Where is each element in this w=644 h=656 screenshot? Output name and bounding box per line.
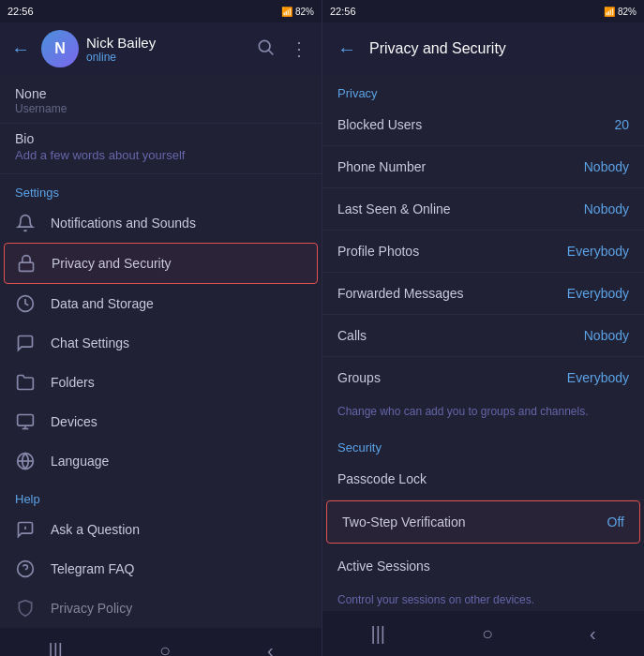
back-button-left[interactable]: ← bbox=[7, 35, 34, 64]
sidebar-item-chat[interactable]: Chat Settings bbox=[0, 323, 322, 363]
sidebar-item-faq[interactable]: Telegram FAQ bbox=[0, 549, 322, 589]
last-seen-label: Last Seen & Online bbox=[337, 201, 451, 216]
user-info: Nick Bailey online bbox=[86, 35, 243, 64]
settings-section-header: Settings bbox=[0, 174, 322, 203]
time-right: 22:56 bbox=[330, 6, 356, 17]
phone-number-label: Phone Number bbox=[337, 159, 426, 174]
user-status: online bbox=[86, 51, 243, 64]
header-left: ← N Nick Bailey online ⋮ bbox=[0, 22, 322, 75]
groups-row[interactable]: Groups Everybody bbox=[322, 357, 644, 398]
active-sessions-label: Active Sessions bbox=[337, 559, 430, 574]
svg-rect-4 bbox=[18, 415, 34, 426]
bottom-nav-right: ||| ○ ‹ bbox=[322, 611, 644, 656]
phone-number-value: Nobody bbox=[584, 159, 629, 174]
nav-menu-icon-right[interactable]: ||| bbox=[352, 616, 404, 652]
groups-value: Everybody bbox=[567, 370, 629, 385]
sidebar-item-notifications[interactable]: Notifications and Sounds bbox=[0, 203, 322, 243]
active-sessions-hint: Control your sessions on other devices. bbox=[322, 587, 644, 611]
forwarded-messages-row[interactable]: Forwarded Messages Everybody bbox=[322, 273, 644, 315]
calls-row[interactable]: Calls Nobody bbox=[322, 315, 644, 357]
bottom-nav-left: ||| ○ ‹ bbox=[0, 628, 322, 656]
help-circle-icon bbox=[15, 559, 36, 579]
privacy-label: Privacy and Security bbox=[52, 256, 172, 271]
user-name: Nick Bailey bbox=[86, 35, 243, 51]
help-bubble-icon bbox=[15, 519, 36, 540]
signal-icon: 📶 bbox=[281, 7, 292, 17]
sidebar-item-ask[interactable]: Ask a Question bbox=[0, 510, 322, 549]
devices-label: Devices bbox=[51, 414, 97, 429]
forwarded-messages-value: Everybody bbox=[567, 286, 629, 301]
header-actions: ⋮ bbox=[250, 32, 314, 66]
nav-back-icon[interactable]: ‹ bbox=[248, 633, 292, 657]
folder-icon bbox=[15, 372, 36, 393]
lock-icon bbox=[16, 253, 37, 274]
status-bar-left: 22:56 📶 82% bbox=[0, 0, 322, 22]
two-step-row[interactable]: Two-Step Verification Off bbox=[326, 500, 640, 544]
last-seen-row[interactable]: Last Seen & Online Nobody bbox=[322, 188, 644, 231]
signal-icon-right: 📶 bbox=[604, 7, 615, 17]
sidebar-item-language[interactable]: Language bbox=[0, 441, 322, 481]
sidebar-item-devices[interactable]: Devices bbox=[0, 402, 322, 441]
chat-icon bbox=[15, 333, 36, 353]
security-section-label: Security bbox=[322, 429, 644, 458]
sidebar-item-data[interactable]: Data and Storage bbox=[0, 284, 322, 323]
status-icons-right: 📶 82% bbox=[604, 7, 637, 17]
calls-value: Nobody bbox=[584, 328, 629, 343]
search-icon[interactable] bbox=[250, 32, 280, 66]
language-label: Language bbox=[51, 454, 109, 469]
active-sessions-row[interactable]: Active Sessions bbox=[322, 545, 644, 587]
passcode-lock-label: Passcode Lock bbox=[337, 471, 427, 486]
two-step-label: Two-Step Verification bbox=[342, 514, 466, 529]
battery-label-left: 82% bbox=[295, 7, 314, 17]
globe-icon bbox=[15, 451, 36, 471]
nav-home-icon-right[interactable]: ○ bbox=[463, 616, 512, 652]
svg-line-1 bbox=[269, 51, 274, 55]
blocked-users-value: 20 bbox=[614, 117, 629, 132]
privacy-policy-label: Privacy Policy bbox=[51, 601, 132, 616]
left-panel: 22:56 📶 82% ← N Nick Bailey online ⋮ Non… bbox=[0, 0, 322, 656]
username-section: None Username bbox=[0, 75, 322, 124]
profile-photos-value: Everybody bbox=[567, 244, 629, 259]
sidebar-item-folders[interactable]: Folders bbox=[0, 363, 322, 402]
status-bar-right: 22:56 📶 82% bbox=[322, 0, 644, 22]
sidebar-item-privacy[interactable]: Privacy and Security bbox=[4, 243, 318, 284]
two-step-value: Off bbox=[607, 514, 624, 529]
bell-icon bbox=[15, 213, 36, 233]
help-section-header: Help bbox=[0, 481, 322, 510]
groups-label: Groups bbox=[337, 370, 381, 385]
notifications-label: Notifications and Sounds bbox=[51, 216, 196, 231]
back-button-right[interactable]: ← bbox=[334, 35, 360, 64]
calls-label: Calls bbox=[337, 328, 367, 343]
avatar[interactable]: N bbox=[41, 30, 79, 67]
battery-label-right: 82% bbox=[618, 7, 637, 17]
nav-back-icon-right[interactable]: ‹ bbox=[571, 616, 615, 652]
bio-placeholder: Add a few words about yourself bbox=[15, 148, 307, 162]
header-right: ← Privacy and Security bbox=[322, 22, 644, 75]
data-label: Data and Storage bbox=[51, 296, 154, 311]
data-icon bbox=[15, 293, 36, 314]
sidebar-item-privacy-policy[interactable]: Privacy Policy bbox=[0, 589, 322, 628]
profile-photos-label: Profile Photos bbox=[337, 244, 419, 259]
bio-label: Bio bbox=[15, 131, 307, 146]
shield-icon bbox=[15, 598, 36, 619]
right-panel: 22:56 📶 82% ← Privacy and Security Priva… bbox=[322, 0, 644, 656]
blocked-users-label: Blocked Users bbox=[337, 117, 422, 132]
faq-label: Telegram FAQ bbox=[51, 561, 134, 576]
svg-point-0 bbox=[259, 40, 270, 52]
username-label: Username bbox=[15, 102, 307, 115]
folders-label: Folders bbox=[51, 375, 95, 390]
phone-number-row[interactable]: Phone Number Nobody bbox=[322, 146, 644, 188]
time-left: 22:56 bbox=[7, 6, 34, 17]
username-value: None bbox=[15, 86, 307, 101]
nav-home-icon[interactable]: ○ bbox=[141, 633, 189, 657]
page-title: Privacy and Security bbox=[369, 40, 506, 57]
more-icon[interactable]: ⋮ bbox=[284, 32, 314, 66]
passcode-lock-row[interactable]: Passcode Lock bbox=[322, 458, 644, 500]
nav-menu-icon[interactable]: ||| bbox=[29, 633, 82, 657]
bio-section: Bio Add a few words about yourself bbox=[0, 124, 322, 174]
ask-label: Ask a Question bbox=[51, 522, 140, 537]
blocked-users-row[interactable]: Blocked Users 20 bbox=[322, 104, 644, 146]
privacy-section-label: Privacy bbox=[322, 75, 644, 104]
desktop-icon bbox=[15, 411, 36, 432]
profile-photos-row[interactable]: Profile Photos Everybody bbox=[322, 231, 644, 273]
